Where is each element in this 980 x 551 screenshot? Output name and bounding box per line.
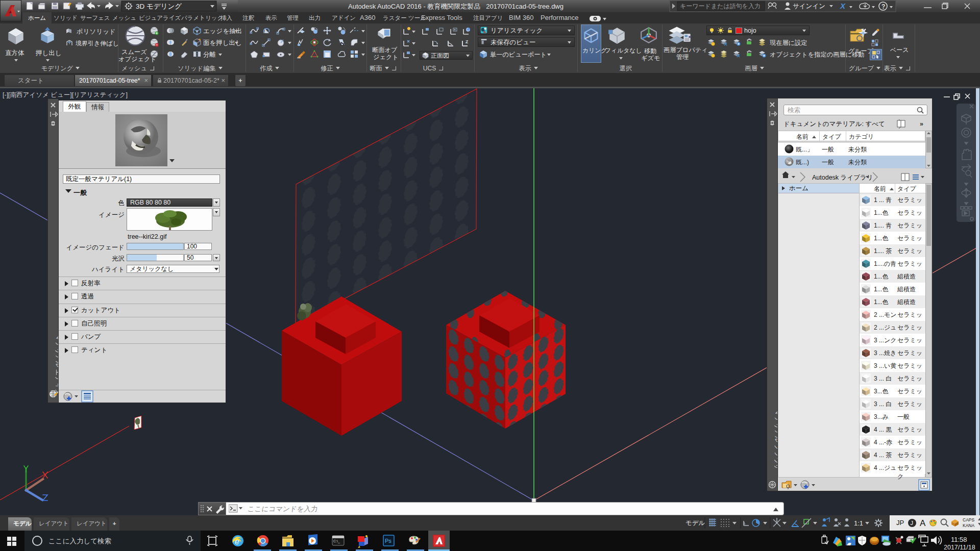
svg-text:ここに入力して検索: ここに入力して検索 <box>48 537 111 545</box>
svg-text:e: e <box>235 537 239 546</box>
svg-text:C:\_: C:\_ <box>333 539 340 543</box>
svg-text:サインイン: サインイン <box>793 3 825 10</box>
svg-text:Z: Z <box>465 39 469 44</box>
svg-text:Autodesk ライブラリ: Autodesk ライブラリ <box>812 174 873 181</box>
svg-text:J: J <box>911 520 914 526</box>
svg-text:KANA: KANA <box>963 523 974 528</box>
svg-text:3D モデリング: 3D モデリング <box>136 3 182 10</box>
svg-text:Ps: Ps <box>385 538 391 544</box>
svg-text:1:1: 1:1 <box>854 519 863 527</box>
svg-text:X: X <box>840 2 846 10</box>
svg-text:CAPS: CAPS <box>963 517 974 522</box>
svg-text:11:58: 11:58 <box>951 536 967 543</box>
svg-text:A: A <box>920 518 926 528</box>
svg-text:2017/11/18: 2017/11/18 <box>944 544 975 551</box>
svg-text:[-][南西アイソメ ビュー][リアリスティック]: [-][南西アイソメ ビュー][リアリスティック] <box>3 91 128 98</box>
svg-text:キーワードまたは語句を入力: キーワードまたは語句を入力 <box>680 3 761 10</box>
svg-text:?: ? <box>881 3 885 10</box>
svg-text:モデル: モデル <box>685 519 705 527</box>
